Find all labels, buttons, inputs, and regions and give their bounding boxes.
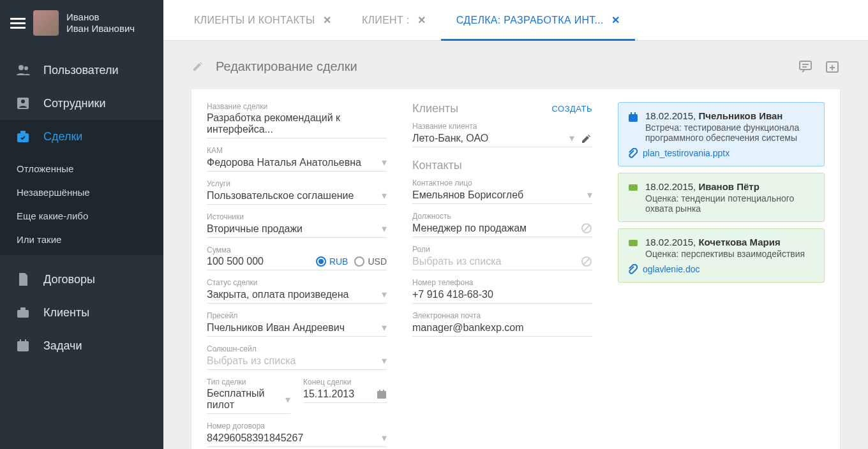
create-client-link[interactable]: СОЗДАТЬ [552, 104, 593, 114]
svg-rect-17 [377, 391, 386, 399]
lock-icon [581, 223, 592, 234]
activity-card[interactable]: 18.02.2015, Пчельников ИванВстреча: тест… [618, 102, 825, 166]
edit-icon [191, 60, 204, 73]
amount-input[interactable]: 100 500 000 [207, 256, 264, 267]
deals-subnav: Отложенные Незавершённые Еще какие-либо … [0, 153, 163, 255]
svg-line-21 [583, 225, 590, 232]
svg-rect-25 [631, 112, 632, 115]
phone-input[interactable]: +7 916 418-68-30 [412, 288, 592, 304]
chevron-down-icon: ▾ [382, 288, 387, 300]
svg-rect-6 [17, 310, 29, 318]
attachment-link[interactable]: plan_testirovania.pptx [627, 148, 815, 158]
avatar[interactable] [33, 10, 59, 36]
sub-other2[interactable]: Или такие [0, 228, 163, 251]
close-icon[interactable]: ✕ [611, 14, 620, 26]
activity-card[interactable]: 18.02.2015, Иванов ПётрОценка: тенденции… [618, 173, 825, 222]
tab-deal[interactable]: СДЕЛКА: РАЗРАБОТКА ИНТ...✕ [441, 0, 635, 40]
chevron-down-icon: ▾ [382, 189, 387, 202]
file-icon [15, 272, 31, 287]
tab-client[interactable]: КЛИЕНТ :✕ [347, 0, 441, 40]
currency-usd-radio[interactable]: USD [354, 256, 387, 267]
calendar-icon [15, 338, 31, 353]
briefcase-icon [15, 305, 31, 320]
svg-rect-7 [20, 307, 26, 310]
contract-number-select[interactable]: 84296058391845267▾ [207, 432, 387, 447]
svg-rect-5 [20, 131, 26, 133]
position-input: Менеджер по продажам [412, 222, 592, 237]
calendar-icon[interactable] [377, 389, 387, 399]
svg-rect-28 [629, 240, 638, 246]
tab-clients-contacts[interactable]: КЛИЕНТЫ И КОНТАКТЫ✕ [179, 0, 347, 40]
status-select[interactable]: Закрыта, оплата произведена▾ [207, 288, 387, 304]
attachment-link[interactable]: oglavlenie.doc [627, 264, 815, 274]
chevron-down-icon: ▾ [382, 223, 387, 235]
svg-line-23 [583, 258, 590, 265]
services-select[interactable]: Пользовательское соглашение▾ [207, 189, 387, 205]
chevron-down-icon: ▾ [382, 432, 387, 444]
sub-incomplete[interactable]: Незавершённые [0, 180, 163, 204]
calendar-icon [627, 112, 639, 123]
sub-other1[interactable]: Еще какие-либо [0, 204, 163, 228]
chat-icon[interactable] [798, 59, 813, 74]
svg-rect-11 [800, 61, 811, 70]
chevron-down-icon: ▾ [382, 321, 387, 334]
chat-icon [627, 238, 639, 249]
sidebar-item-contracts[interactable]: Договоры [0, 263, 163, 296]
currency-rub-radio[interactable]: RUB [316, 256, 348, 267]
briefcase-check-icon [15, 129, 31, 144]
chevron-down-icon: ▾ [382, 156, 387, 168]
svg-rect-10 [25, 339, 26, 342]
sidebar-item-staff[interactable]: Сотрудники [0, 87, 163, 120]
sub-pending[interactable]: Отложенные [0, 157, 163, 180]
chevron-down-icon: ▾ [382, 355, 387, 367]
end-date-input[interactable]: 15.11.2013 [303, 388, 387, 403]
calendar-add-icon[interactable] [825, 59, 840, 74]
chevron-down-icon: ▾ [587, 189, 592, 201]
sidebar-item-users[interactable]: Пользователи [0, 54, 163, 87]
client-name-select[interactable]: Лето-Банк, ОАО▾ [412, 132, 592, 147]
sidebar: ИвановИван Иванович Пользователи Сотрудн… [0, 0, 163, 449]
menu-icon[interactable] [10, 18, 26, 29]
svg-rect-9 [20, 339, 21, 342]
solution-select[interactable]: Выбрать из списка▾ [207, 355, 387, 370]
presale-select[interactable]: Пчельников Иван Андреевич▾ [207, 321, 387, 337]
deal-type-select[interactable]: Бесплатный пилот▾ [207, 388, 290, 414]
chat-icon [627, 182, 639, 194]
sidebar-item-tasks[interactable]: Задачи [0, 329, 163, 362]
svg-point-1 [24, 66, 28, 70]
kam-select[interactable]: Федорова Наталья Анатольевна▾ [207, 156, 387, 172]
user-name: ИвановИван Иванович [66, 11, 135, 34]
svg-rect-24 [629, 114, 638, 122]
tabs: КЛИЕНТЫ И КОНТАКТЫ✕ КЛИЕНТ :✕ СДЕЛКА: РА… [163, 0, 868, 41]
svg-rect-18 [379, 390, 380, 392]
svg-point-3 [21, 99, 25, 103]
svg-point-0 [19, 65, 24, 70]
people-icon [15, 63, 31, 78]
close-icon[interactable]: ✕ [417, 14, 426, 26]
chevron-down-icon: ▾ [569, 132, 574, 144]
svg-rect-8 [17, 341, 29, 351]
svg-rect-26 [634, 112, 636, 115]
page-title: Редактирование сделки [216, 59, 357, 74]
sources-select[interactable]: Вторичные продажи▾ [207, 223, 387, 238]
sidebar-item-deals[interactable]: Сделки [0, 120, 163, 153]
person-icon [15, 96, 31, 111]
activity-card[interactable]: 18.02.2015, Кочеткова МарияОценка: персп… [618, 228, 825, 283]
chevron-down-icon: ▾ [285, 394, 290, 406]
svg-rect-19 [383, 390, 384, 392]
close-icon[interactable]: ✕ [323, 14, 331, 26]
edit-icon[interactable] [581, 133, 592, 144]
svg-rect-27 [629, 184, 638, 191]
roles-select: Выбрать из списка [412, 255, 592, 270]
lock-icon [581, 256, 592, 267]
email-input[interactable]: manager@bankexp.com [412, 321, 592, 337]
edit-panel: Название сделкиРазработка рекомендаций к… [191, 89, 840, 449]
deal-name-input[interactable]: Разработка рекомендаций к интерфейса... [207, 112, 387, 138]
contact-select[interactable]: Емельянов Борисоглеб▾ [412, 189, 592, 204]
clients-section-title: Клиенты [412, 102, 458, 115]
contacts-section-title: Контакты [412, 159, 462, 172]
sidebar-item-clients[interactable]: Клиенты [0, 296, 163, 329]
